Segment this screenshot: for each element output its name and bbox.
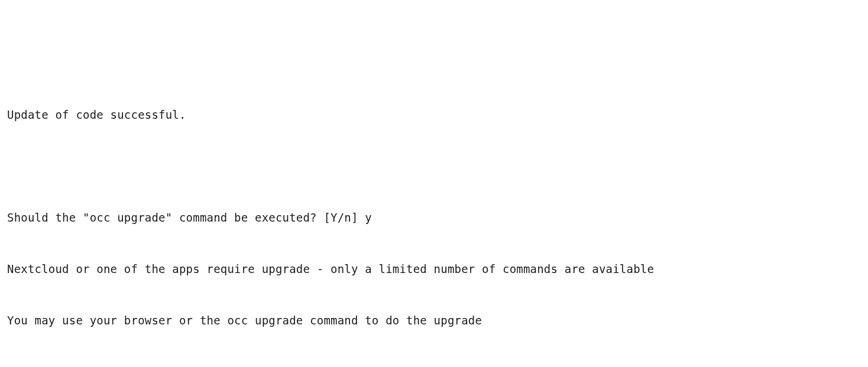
terminal-line: Update of code successful. bbox=[7, 106, 861, 124]
terminal-output[interactable]: Update of code successful. Should the "o… bbox=[7, 72, 861, 367]
terminal-line: Should the "occ upgrade" command be exec… bbox=[7, 209, 861, 226]
terminal-line: Set log level to debug bbox=[7, 363, 861, 367]
terminal-line-blank bbox=[7, 158, 861, 175]
terminal-line: Nextcloud or one of the apps require upg… bbox=[7, 261, 861, 278]
terminal-line: You may use your browser or the occ upgr… bbox=[7, 312, 861, 329]
